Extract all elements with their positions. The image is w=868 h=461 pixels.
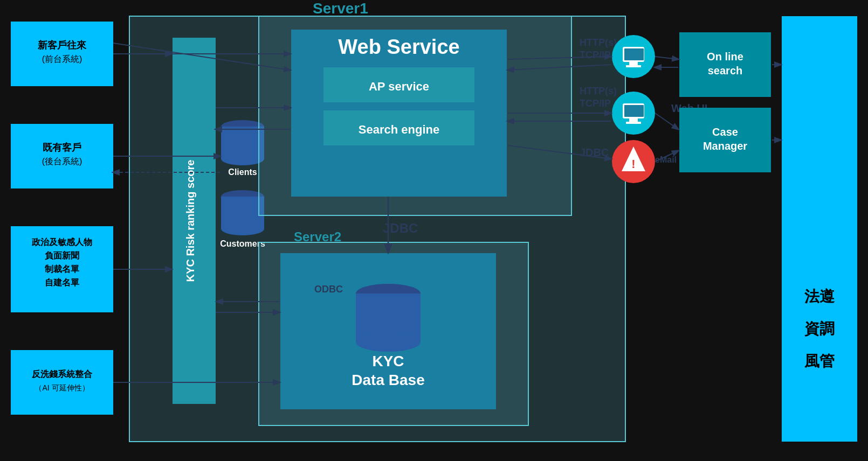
political-line2: 負面新聞 (45, 250, 79, 260)
aml-box (11, 350, 113, 415)
clients-db-bottom (221, 152, 264, 165)
odbc-label: ODBC (314, 284, 343, 295)
server2-label: Server2 (294, 229, 341, 244)
server1-label: Server1 (313, 0, 368, 17)
clients-label: Clients (228, 167, 257, 177)
tcp-ip-label1: TCP/IP (580, 50, 611, 60)
monitor-base-2 (626, 122, 641, 124)
tcp-ip-label2: TCP/IP (580, 98, 611, 109)
monitor-stand-1 (629, 62, 638, 65)
alert-exclamation: ! (631, 157, 635, 171)
political-line3: 制裁名單 (44, 264, 80, 274)
right-col-label3: 風管 (804, 353, 835, 369)
political-line4: 自建名單 (45, 278, 80, 287)
existing-clients-box (11, 124, 113, 188)
aml-line1: 反洗錢系統整合 (31, 369, 93, 379)
existing-clients-line1: 既有客戶 (43, 142, 81, 153)
customers-db-bottom (221, 222, 264, 235)
monitor-stand-2 (629, 118, 638, 122)
new-clients-box (11, 22, 113, 86)
search-engine-label: Search engine (359, 123, 439, 136)
right-col-label2: 資調 (804, 320, 835, 337)
http-tcp-label1: HTTP(s) (580, 37, 617, 48)
monitor-display-2 (624, 105, 644, 117)
right-col-label1: 法遵 (804, 288, 835, 305)
new-clients-line1: 新客戶往來 (38, 39, 87, 51)
kyc-db-title-line2: Data Base (352, 372, 424, 388)
right-col-box (782, 16, 857, 442)
new-clients-line2: (前台系統) (42, 54, 82, 64)
monitor-display-1 (624, 48, 644, 60)
case-manager-line2: Manager (703, 140, 747, 152)
online-search-line1: On line (707, 51, 743, 62)
existing-clients-line2: (後台系統) (42, 157, 82, 166)
kyc-db-icon-bottom (356, 332, 421, 352)
ap-service-label: AP service (369, 80, 429, 93)
monitor-base-1 (626, 65, 641, 67)
political-line1: 政治及敏感人物 (31, 238, 92, 247)
case-manager-line1: Case (712, 126, 738, 138)
kyc-db-title-line1: KYC (372, 353, 404, 369)
online-search-line2: search (708, 65, 743, 76)
web-service-title: Web Service (338, 36, 459, 58)
http-tcp-label2: HTTP(s) (580, 86, 617, 96)
aml-line2: （AI 可延伸性） (35, 383, 89, 392)
kyc-ranking-label: KYC Risk ranking score (184, 160, 196, 282)
